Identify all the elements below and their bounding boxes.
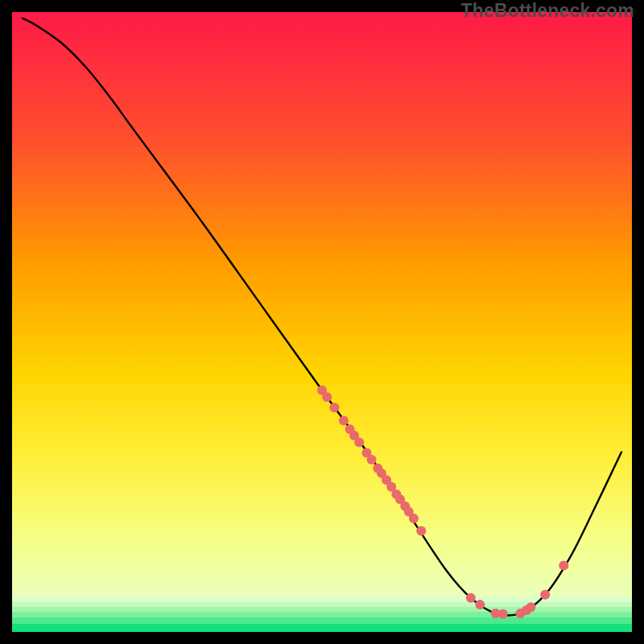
chart-svg xyxy=(12,12,632,632)
curve-marker-dot xyxy=(416,526,426,535)
curve-marker-dot xyxy=(329,402,339,412)
curve-marker-dot xyxy=(409,514,419,523)
curve-marker-dot xyxy=(559,561,568,571)
curve-marker-dot xyxy=(475,600,485,609)
green-band xyxy=(12,624,632,632)
green-band xyxy=(12,617,632,624)
curve-marker-dot xyxy=(466,593,476,603)
curve-marker-dot xyxy=(526,602,535,612)
curve-marker-dot xyxy=(367,455,377,464)
watermark-text: TheBottleneck.com xyxy=(460,0,634,22)
curve-marker-dot xyxy=(540,590,550,600)
plot-area xyxy=(12,12,632,632)
green-band xyxy=(12,612,632,617)
curve-marker-dot xyxy=(354,437,364,447)
green-band xyxy=(12,607,632,612)
gradient-background xyxy=(12,12,632,632)
curve-marker-dot xyxy=(322,392,332,402)
curve-marker-dot xyxy=(339,415,349,425)
bottom-green-bands xyxy=(12,597,632,632)
curve-marker-dot xyxy=(498,609,508,619)
chart-stage: TheBottleneck.com xyxy=(0,0,644,644)
green-band xyxy=(12,602,632,607)
